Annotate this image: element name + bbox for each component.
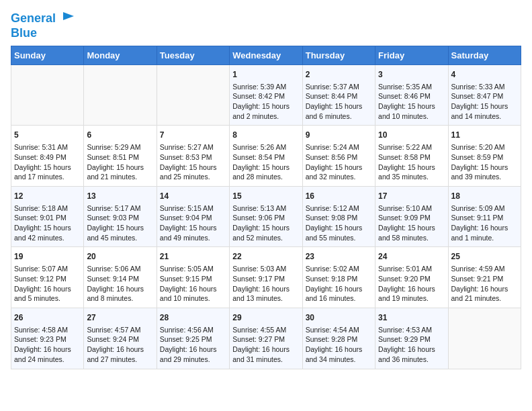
daylight-label: Daylight: 16 hours and 1 minute. <box>451 224 508 242</box>
calendar-cell: 5Sunrise: 5:31 AMSunset: 8:49 PMDaylight… <box>11 126 84 187</box>
daylight-label: Daylight: 15 hours and 10 minutes. <box>378 102 435 120</box>
daylight-label: Daylight: 16 hours and 27 minutes. <box>87 345 144 363</box>
day-number: 4 <box>451 69 518 81</box>
daylight-label: Daylight: 15 hours and 39 minutes. <box>451 163 508 181</box>
day-number: 9 <box>306 130 372 141</box>
calendar-cell: 13Sunrise: 5:17 AMSunset: 9:03 PMDayligh… <box>84 186 157 247</box>
sunrise-label: Sunrise: 5:12 AM <box>306 204 359 212</box>
sunrise-label: Sunrise: 5:17 AM <box>87 204 140 212</box>
week-row-2: 5Sunrise: 5:31 AMSunset: 8:49 PMDaylight… <box>11 126 521 187</box>
sunrise-label: Sunrise: 5:07 AM <box>14 265 68 273</box>
calendar-cell <box>84 64 157 126</box>
sunset-label: Sunset: 8:59 PM <box>451 153 504 161</box>
sunset-label: Sunset: 9:28 PM <box>306 335 358 343</box>
sunset-label: Sunset: 8:58 PM <box>378 153 431 161</box>
calendar-cell: 27Sunrise: 4:57 AMSunset: 9:24 PMDayligh… <box>84 308 157 369</box>
calendar-cell: 3Sunrise: 5:35 AMSunset: 8:46 PMDaylight… <box>375 64 448 126</box>
day-header-saturday: Saturday <box>448 46 521 64</box>
sunset-label: Sunset: 9:03 PM <box>87 214 139 222</box>
calendar-cell: 10Sunrise: 5:22 AMSunset: 8:58 PMDayligh… <box>375 126 448 187</box>
sunset-label: Sunset: 8:47 PM <box>451 92 504 100</box>
calendar-cell <box>11 64 84 126</box>
daylight-label: Daylight: 15 hours and 45 minutes. <box>87 224 144 242</box>
daylight-label: Daylight: 16 hours and 16 minutes. <box>306 285 363 303</box>
sunrise-label: Sunrise: 5:26 AM <box>232 143 286 151</box>
calendar-table: SundayMondayTuesdayWednesdayThursdayFrid… <box>11 46 521 369</box>
day-header-thursday: Thursday <box>302 46 375 64</box>
calendar-cell: 18Sunrise: 5:09 AMSunset: 9:11 PMDayligh… <box>448 186 521 247</box>
sunset-label: Sunset: 9:11 PM <box>451 214 504 222</box>
sunrise-label: Sunrise: 5:35 AM <box>378 83 432 91</box>
daylight-label: Daylight: 15 hours and 21 minutes. <box>87 163 144 181</box>
calendar-cell: 24Sunrise: 5:01 AMSunset: 9:20 PMDayligh… <box>375 247 448 308</box>
day-header-friday: Friday <box>375 46 448 64</box>
calendar-cell: 12Sunrise: 5:18 AMSunset: 9:01 PMDayligh… <box>11 186 84 247</box>
sunrise-label: Sunrise: 5:09 AM <box>451 204 505 212</box>
daylight-label: Daylight: 16 hours and 8 minutes. <box>87 285 144 303</box>
daylight-label: Daylight: 16 hours and 24 minutes. <box>14 345 71 363</box>
day-number: 24 <box>378 251 445 263</box>
day-header-sunday: Sunday <box>11 46 84 64</box>
sunset-label: Sunset: 9:06 PM <box>232 214 285 222</box>
logo: General Blue <box>11 11 77 40</box>
day-number: 7 <box>160 130 226 141</box>
day-number: 30 <box>306 312 372 324</box>
sunrise-label: Sunrise: 5:13 AM <box>232 204 286 212</box>
calendar-cell: 15Sunrise: 5:13 AMSunset: 9:06 PMDayligh… <box>230 186 302 247</box>
day-number: 29 <box>232 312 299 324</box>
sunset-label: Sunset: 9:14 PM <box>87 275 139 283</box>
calendar-cell <box>448 308 521 369</box>
sunrise-label: Sunrise: 4:55 AM <box>232 326 286 334</box>
sunset-label: Sunset: 8:53 PM <box>160 153 212 161</box>
day-number: 10 <box>378 130 445 141</box>
day-number: 1 <box>232 69 299 81</box>
day-number: 26 <box>14 312 81 324</box>
day-number: 12 <box>14 191 81 202</box>
daylight-label: Daylight: 15 hours and 49 minutes. <box>160 224 217 242</box>
calendar-cell: 23Sunrise: 5:02 AMSunset: 9:18 PMDayligh… <box>302 247 375 308</box>
calendar-cell: 19Sunrise: 5:07 AMSunset: 9:12 PMDayligh… <box>11 247 84 308</box>
sunset-label: Sunset: 9:12 PM <box>14 275 66 283</box>
calendar-cell: 8Sunrise: 5:26 AMSunset: 8:54 PMDaylight… <box>230 126 302 187</box>
week-row-3: 12Sunrise: 5:18 AMSunset: 9:01 PMDayligh… <box>11 186 521 247</box>
day-number: 23 <box>306 251 372 263</box>
sunset-label: Sunset: 9:17 PM <box>232 275 285 283</box>
daylight-label: Daylight: 16 hours and 34 minutes. <box>306 345 363 363</box>
calendar-cell: 17Sunrise: 5:10 AMSunset: 9:09 PMDayligh… <box>375 186 448 247</box>
day-header-tuesday: Tuesday <box>157 46 229 64</box>
sunset-label: Sunset: 8:54 PM <box>232 153 285 161</box>
sunset-label: Sunset: 8:49 PM <box>14 153 66 161</box>
day-number: 2 <box>306 69 372 81</box>
day-number: 16 <box>306 191 372 202</box>
calendar-cell: 26Sunrise: 4:58 AMSunset: 9:23 PMDayligh… <box>11 308 84 369</box>
week-row-5: 26Sunrise: 4:58 AMSunset: 9:23 PMDayligh… <box>11 308 521 369</box>
sunrise-label: Sunrise: 5:37 AM <box>306 83 359 91</box>
day-number: 21 <box>160 251 226 263</box>
sunset-label: Sunset: 9:20 PM <box>378 275 431 283</box>
sunrise-label: Sunrise: 5:06 AM <box>87 265 140 273</box>
day-number: 5 <box>14 130 81 141</box>
daylight-label: Daylight: 16 hours and 36 minutes. <box>378 345 435 363</box>
sunset-label: Sunset: 9:25 PM <box>160 335 212 343</box>
sunrise-label: Sunrise: 5:29 AM <box>87 143 140 151</box>
calendar-cell: 2Sunrise: 5:37 AMSunset: 8:44 PMDaylight… <box>302 64 375 126</box>
sunset-label: Sunset: 9:24 PM <box>87 335 139 343</box>
calendar-cell <box>157 64 229 126</box>
sunrise-label: Sunrise: 4:58 AM <box>14 326 68 334</box>
sunset-label: Sunset: 8:56 PM <box>306 153 358 161</box>
sunrise-label: Sunrise: 5:01 AM <box>378 265 432 273</box>
daylight-label: Daylight: 16 hours and 10 minutes. <box>160 285 217 303</box>
calendar-cell: 31Sunrise: 4:53 AMSunset: 9:29 PMDayligh… <box>375 308 448 369</box>
calendar-cell: 30Sunrise: 4:54 AMSunset: 9:28 PMDayligh… <box>302 308 375 369</box>
sunrise-label: Sunrise: 5:39 AM <box>232 83 286 91</box>
sunrise-label: Sunrise: 5:15 AM <box>160 204 214 212</box>
calendar-cell: 6Sunrise: 5:29 AMSunset: 8:51 PMDaylight… <box>84 126 157 187</box>
daylight-label: Daylight: 16 hours and 31 minutes. <box>232 345 290 363</box>
daylight-label: Daylight: 15 hours and 32 minutes. <box>306 163 363 181</box>
sunset-label: Sunset: 9:27 PM <box>232 335 285 343</box>
week-row-1: 1Sunrise: 5:39 AMSunset: 8:42 PMDaylight… <box>11 64 521 126</box>
sunrise-label: Sunrise: 5:10 AM <box>378 204 432 212</box>
sunset-label: Sunset: 9:15 PM <box>160 275 212 283</box>
daylight-label: Daylight: 15 hours and 14 minutes. <box>451 102 508 120</box>
daylight-label: Daylight: 16 hours and 29 minutes. <box>160 345 217 363</box>
